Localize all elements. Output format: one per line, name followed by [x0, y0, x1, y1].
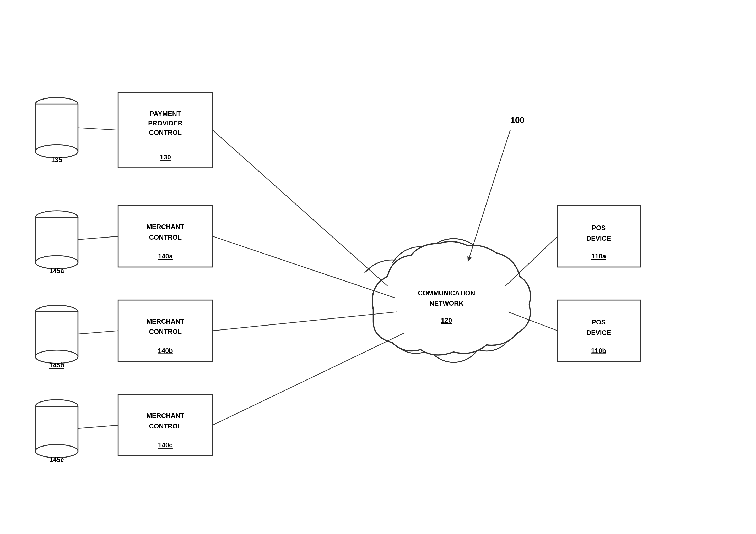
pos-device-a-box: POS DEVICE 110a [557, 206, 640, 267]
cyl-145b-label: 145b [49, 361, 64, 369]
cylinder-145b: 145b [35, 305, 78, 369]
svg-text:140b: 140b [158, 347, 173, 354]
svg-text:110a: 110a [591, 252, 606, 260]
svg-text:130: 130 [160, 153, 171, 161]
cyl-135-label: 135 [51, 156, 62, 164]
pos-device-b-box: POS DEVICE 110b [557, 300, 640, 361]
payment-provider-control-box: PAYMENT PROVIDER CONTROL 130 [118, 92, 213, 168]
svg-text:COMMUNICATION: COMMUNICATION [418, 290, 475, 297]
svg-text:140a: 140a [158, 252, 173, 260]
line-145b-to-140b [78, 331, 118, 334]
line-145a-to-140a [78, 236, 118, 240]
ref-100-label: 100 [510, 115, 525, 125]
diagram-container: 135 145a 145b 145c PAYMENT PROV [0, 0, 756, 534]
svg-text:DEVICE: DEVICE [586, 329, 611, 336]
communication-network-cloud: COMMUNICATION NETWORK 120 [338, 239, 555, 362]
line-140a-to-cloud [213, 236, 394, 297]
svg-text:120: 120 [441, 317, 452, 324]
svg-text:POS: POS [592, 318, 606, 326]
ref-100-arrow [468, 130, 510, 263]
merchant-control-b-box: MERCHANT CONTROL 140b [118, 300, 213, 361]
svg-text:DEVICE: DEVICE [586, 235, 611, 242]
line-145c-to-140c [78, 425, 118, 428]
line-135-to-130 [78, 128, 118, 130]
svg-text:CONTROL: CONTROL [149, 129, 182, 136]
svg-text:CONTROL: CONTROL [149, 328, 182, 335]
cylinder-145a: 145a [35, 211, 78, 274]
svg-text:NETWORK: NETWORK [429, 300, 464, 307]
svg-text:PROVIDER: PROVIDER [148, 119, 183, 127]
svg-text:110b: 110b [591, 347, 606, 354]
cyl-145a-label: 145a [49, 267, 64, 274]
merchant-control-a-box: MERCHANT CONTROL 140a [118, 206, 213, 267]
svg-text:POS: POS [592, 224, 606, 232]
svg-text:MERCHANT: MERCHANT [147, 318, 184, 325]
cylinder-135: 135 [35, 97, 78, 164]
merchant-control-c-box: MERCHANT CONTROL 140c [118, 394, 213, 456]
svg-text:MERCHANT: MERCHANT [147, 412, 184, 419]
svg-text:MERCHANT: MERCHANT [147, 223, 184, 230]
svg-text:CONTROL: CONTROL [149, 234, 182, 241]
line-140c-to-cloud [213, 333, 404, 425]
svg-text:140c: 140c [158, 441, 173, 449]
svg-text:CONTROL: CONTROL [149, 422, 182, 430]
line-130-to-cloud [213, 130, 388, 286]
svg-text:PAYMENT: PAYMENT [150, 110, 181, 117]
cyl-145c-label: 145c [49, 456, 64, 463]
cylinder-145c: 145c [35, 400, 78, 463]
